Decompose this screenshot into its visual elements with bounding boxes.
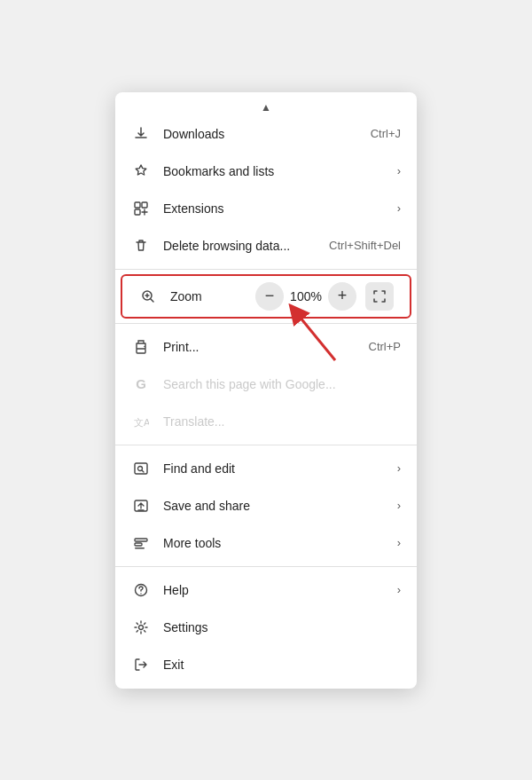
zoom-fullscreen-button[interactable] bbox=[365, 282, 394, 311]
svg-rect-5 bbox=[137, 349, 145, 353]
menu-item-extensions[interactable]: Extensions › bbox=[115, 190, 417, 227]
zoom-increase-button[interactable]: + bbox=[328, 282, 356, 311]
menu-item-search-google: G Search this page with Google... bbox=[115, 366, 417, 403]
extensions-icon bbox=[131, 199, 151, 218]
svg-rect-11 bbox=[135, 539, 147, 541]
settings-icon bbox=[131, 618, 151, 637]
menu-item-exit[interactable]: Exit bbox=[115, 646, 417, 683]
divider-1 bbox=[115, 269, 417, 270]
help-chevron: › bbox=[397, 583, 401, 596]
svg-rect-8 bbox=[135, 463, 147, 474]
divider-2 bbox=[115, 323, 417, 324]
extensions-label: Extensions bbox=[163, 201, 390, 216]
menu-item-print[interactable]: Print... Ctrl+P bbox=[115, 328, 417, 366]
svg-point-15 bbox=[140, 593, 141, 594]
save-share-chevron: › bbox=[397, 499, 401, 512]
divider-3 bbox=[115, 445, 417, 445]
search-google-label: Search this page with Google... bbox=[163, 377, 401, 391]
menu-top-arrow: ▲ bbox=[115, 98, 417, 115]
zoom-icon bbox=[138, 287, 158, 306]
zoom-label: Zoom bbox=[170, 289, 255, 303]
menu-item-more-tools[interactable]: More tools › bbox=[115, 524, 417, 562]
menu-item-help[interactable]: Help › bbox=[115, 571, 417, 609]
print-shortcut: Ctrl+P bbox=[369, 340, 401, 353]
more-tools-icon bbox=[131, 533, 151, 553]
print-icon bbox=[131, 337, 151, 357]
zoom-decrease-button[interactable]: − bbox=[255, 282, 284, 311]
menu-item-translate: 文A Translate... bbox=[115, 403, 417, 440]
zoom-row: Zoom − 100% + bbox=[121, 274, 411, 319]
delete-browsing-label: Delete browsing data... bbox=[163, 239, 322, 253]
downloads-label: Downloads bbox=[163, 127, 364, 141]
bookmarks-label: Bookmarks and lists bbox=[163, 164, 390, 178]
help-icon bbox=[131, 580, 151, 600]
save-share-label: Save and share bbox=[163, 499, 390, 513]
print-label: Print... bbox=[163, 340, 362, 354]
menu-item-bookmarks[interactable]: Bookmarks and lists › bbox=[115, 153, 417, 190]
downloads-icon bbox=[131, 124, 151, 144]
save-share-icon bbox=[131, 496, 151, 516]
menu-item-find-edit[interactable]: Find and edit › bbox=[115, 450, 417, 487]
more-tools-chevron: › bbox=[397, 536, 401, 549]
translate-icon: 文A bbox=[131, 412, 151, 431]
downloads-shortcut: Ctrl+J bbox=[371, 127, 401, 140]
menu-item-settings[interactable]: Settings bbox=[115, 609, 417, 646]
svg-rect-1 bbox=[142, 202, 147, 208]
context-menu: ▲ Downloads Ctrl+J Bookmarks and lists › bbox=[115, 92, 417, 689]
exit-icon bbox=[131, 655, 151, 674]
svg-point-16 bbox=[139, 625, 144, 629]
svg-point-6 bbox=[144, 345, 145, 347]
menu-item-delete-browsing[interactable]: Delete browsing data... Ctrl+Shift+Del bbox=[115, 227, 417, 264]
svg-text:文A: 文A bbox=[134, 417, 149, 428]
svg-rect-13 bbox=[135, 548, 145, 549]
bookmarks-chevron: › bbox=[397, 164, 401, 177]
svg-rect-2 bbox=[135, 209, 140, 215]
delete-icon bbox=[131, 236, 151, 256]
svg-rect-0 bbox=[135, 202, 140, 208]
delete-browsing-shortcut: Ctrl+Shift+Del bbox=[329, 239, 401, 252]
zoom-value: 100% bbox=[289, 289, 323, 303]
translate-label: Translate... bbox=[163, 414, 401, 429]
help-label: Help bbox=[163, 583, 390, 597]
extensions-chevron: › bbox=[397, 201, 401, 215]
svg-rect-12 bbox=[135, 543, 142, 546]
find-edit-label: Find and edit bbox=[163, 461, 390, 476]
zoom-controls: − 100% + bbox=[255, 282, 394, 311]
google-icon: G bbox=[131, 374, 151, 394]
menu-item-save-share[interactable]: Save and share › bbox=[115, 487, 417, 524]
settings-label: Settings bbox=[163, 620, 401, 634]
divider-4 bbox=[115, 566, 417, 567]
find-edit-icon bbox=[131, 459, 151, 478]
exit-label: Exit bbox=[163, 658, 401, 672]
bookmarks-icon bbox=[131, 162, 151, 181]
find-edit-chevron: › bbox=[397, 461, 401, 475]
menu-item-downloads[interactable]: Downloads Ctrl+J bbox=[115, 115, 417, 153]
more-tools-label: More tools bbox=[163, 536, 390, 550]
